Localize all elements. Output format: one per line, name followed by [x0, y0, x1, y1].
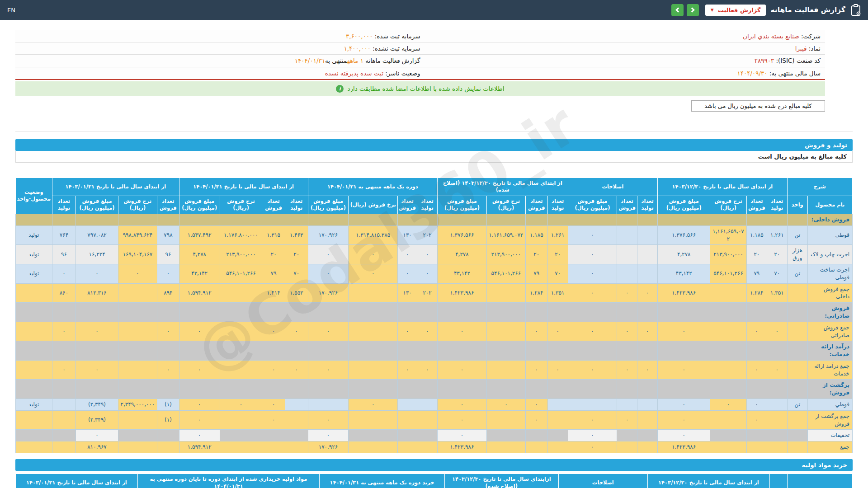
raw-materials-table: شرحواحداز ابتدای سال مالی تا تاریخ ۱۴۰۳/…	[15, 474, 853, 488]
table-cell: ۰	[746, 399, 767, 411]
table-cell: ۰	[157, 264, 179, 283]
table-cell	[486, 303, 525, 322]
table-cell: ۰	[525, 360, 547, 380]
unit-note-box: کلیه مبالغ درج شده به میلیون ریال می باش…	[691, 100, 825, 112]
prev-report-button[interactable]	[671, 4, 684, 16]
table-cell	[547, 341, 568, 361]
table-row: جمع برگشت از فروش۰۰۰۰۰۰۰۰۰(۱)(۲,۳۴۹)	[16, 410, 853, 430]
table-cell	[746, 341, 767, 361]
table-cell: ۲۱۳,۹۰۰,۰۰۰	[220, 245, 262, 264]
table-cell: ۱۶,۲۳۴	[76, 245, 118, 264]
table-cell	[658, 214, 710, 225]
table-cell	[398, 380, 417, 399]
table-cell	[308, 399, 349, 411]
table-cell: ۰	[349, 264, 398, 283]
table-cell	[52, 380, 75, 399]
table-cell: ۰	[568, 410, 617, 430]
table-cell: ۱,۳۷۶,۵۶۶	[658, 225, 710, 245]
notice-text: اطلاعات نمایش داده شده با اطلاعات امضا ش…	[347, 85, 504, 92]
table-cell: ۱۳۰	[398, 283, 417, 303]
table-row: جمع درآمد ارائه خدمات۰۰۰۰۰۰۰۰۰۰۰۰۰۰۰۰۰۰	[16, 360, 853, 380]
table-row: قوطيتن۰۰۰۰۰۰۰۰۰۰(۱)۲,۳۴۹,۰۰۰,۰۰۰(۲,۳۴۹)ت…	[16, 399, 853, 411]
language-toggle[interactable]: EN	[7, 7, 15, 14]
table-cell	[118, 303, 157, 322]
table-cell: ۱,۴۶۳	[285, 225, 308, 245]
table-cell: ۲۰	[767, 245, 787, 264]
table-cell: ۰	[417, 245, 438, 264]
table-cell	[417, 399, 438, 411]
table-cell	[118, 341, 157, 361]
table-cell: ۰	[525, 399, 547, 411]
table-cell	[157, 303, 179, 322]
table-cell	[710, 410, 747, 430]
table-cell	[52, 399, 75, 411]
report-type-dropdown[interactable]: گزارش فعالیت ▼	[705, 5, 766, 16]
table-cell: جمع فروش صادراتی	[807, 322, 852, 341]
table-cell: ۰	[157, 322, 179, 341]
table-cell	[220, 341, 262, 361]
table-cell: ۰	[52, 360, 75, 380]
table-cell: درآمد ارائه خدمات:	[807, 341, 852, 361]
table-cell	[710, 360, 747, 380]
table-cell: ۱۷۰,۹۲۶	[308, 283, 349, 303]
table-cell	[157, 441, 179, 453]
table-cell	[787, 410, 807, 430]
table-cell	[262, 341, 285, 361]
table-cell	[349, 410, 398, 430]
table-cell: تن	[787, 225, 807, 245]
table-cell: ۸۱۳,۳۱۶	[76, 283, 118, 303]
table-cell: ۰	[398, 322, 417, 341]
table-cell: ۷۹۸	[157, 225, 179, 245]
table-cell	[349, 360, 398, 380]
table-cell	[220, 410, 262, 430]
table-cell: ۰	[398, 264, 417, 283]
table-cell	[710, 430, 747, 441]
table-cell	[398, 441, 417, 453]
table-cell: ۰	[525, 410, 547, 430]
table-cell: ۰	[568, 430, 617, 441]
amounts-unit-note: کلیه مبالغ به میلیون ریال است	[15, 151, 853, 163]
table-cell	[349, 303, 398, 322]
table-cell	[262, 380, 285, 399]
column-header: تعداد فروش	[262, 196, 285, 214]
column-header: مبلغ فروش (میلیون ریال)	[438, 196, 487, 214]
table-cell: ۰	[617, 322, 637, 341]
table-cell: ۰	[658, 322, 710, 341]
table-cell	[417, 430, 438, 441]
table-cell: ۰	[547, 322, 568, 341]
table-cell	[658, 380, 710, 399]
table-cell	[417, 341, 438, 361]
table-cell: برگشت از فروش:	[807, 380, 852, 399]
table-cell	[179, 303, 220, 322]
table-cell	[285, 341, 308, 361]
next-report-button[interactable]	[687, 4, 699, 16]
table-cell	[767, 430, 787, 441]
info-row: نماد: فیبراسرمایه ثبت نشده: ۱,۴۰۰,۰۰۰	[15, 42, 825, 55]
info-field: سرمایه ثبت شده: ۳,۶۰۰,۰۰۰	[20, 32, 420, 40]
table-cell	[710, 322, 747, 341]
table-cell	[52, 430, 75, 441]
table-cell: ۰	[617, 410, 637, 430]
column-header: تعداد تولید	[52, 196, 75, 214]
page-title: گزارش فعالیت ماهانه	[770, 6, 845, 14]
table-cell: ۱,۲۸۴	[746, 283, 767, 303]
table-cell: ۰	[438, 399, 487, 411]
table-cell	[157, 380, 179, 399]
table-cell	[52, 410, 75, 430]
column-header: شرح	[787, 178, 852, 196]
info-field: شرکت: صنایع بسته بندي ایران	[420, 32, 821, 40]
table-cell: ۷۶۴	[52, 225, 75, 245]
table-cell	[349, 214, 398, 225]
table-row: قوطيتن۱,۲۶۱۱,۱۸۵۱,۱۶۱,۶۵۹,۰۷۲۱,۳۷۶,۵۶۶۰۱…	[16, 225, 853, 245]
table-cell: ۰	[438, 322, 487, 341]
table-cell: ۰	[398, 245, 417, 264]
table-cell: ۰	[308, 410, 349, 430]
table-cell	[617, 441, 637, 453]
table-cell: ۰	[746, 360, 767, 380]
table-cell	[262, 430, 285, 441]
table-cell: (۱)	[157, 410, 179, 430]
table-cell: ۹۶	[157, 245, 179, 264]
table-cell	[710, 214, 747, 225]
table-cell	[486, 441, 525, 453]
table-cell: ۰	[179, 399, 220, 411]
